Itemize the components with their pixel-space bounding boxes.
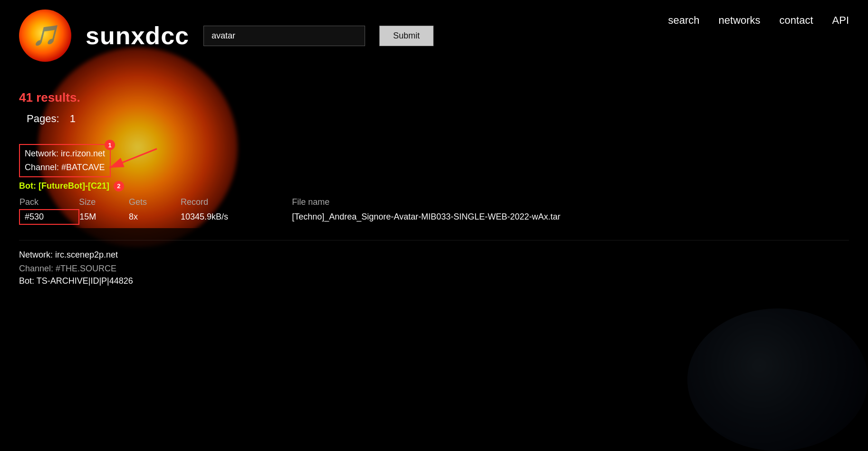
channel-line-2: Channel: #THE.SOURCE [19,262,849,276]
result-block-1: Network: irc.rizon.net Channel: #BATCAVE… [19,144,849,225]
svg-line-1 [109,149,157,168]
annotation-arrow [95,144,333,201]
bot-line-1: Bot: [FutureBot]-[C21] 2 [19,181,849,192]
submit-button[interactable]: Submit [379,26,434,46]
channel-line-1: Channel: #BATCAVE [25,161,105,174]
nav: search networks contact API [649,0,868,41]
record-value: 10345.9kB/s [181,210,292,224]
nav-search[interactable]: search [668,14,700,27]
site-title: sunxdcc [86,21,189,50]
result-table-1: Pack Size Gets Record File name #530 15M… [19,195,849,225]
network-line-1: Network: irc.rizon.net [25,147,105,161]
nav-networks[interactable]: networks [719,14,761,27]
pack-value[interactable]: #530 [19,210,79,224]
badge-2: 2 [114,181,124,192]
results-count: 41 results. [19,90,849,105]
bot-line-2: Bot: TS-ARCHIVE|ID|P|44826 [19,276,849,286]
nav-contact[interactable]: contact [780,14,813,27]
result-block-2: Network: irc.scenep2p.net Channel: #THE.… [19,240,849,287]
badge-1: 1 [105,140,115,150]
pages-info: Pages: 1 [19,113,849,125]
gets-value: 8x [129,210,181,224]
search-input[interactable] [203,26,365,46]
pages-value: 1 [70,113,76,125]
col-record: Record [181,195,292,210]
nav-api[interactable]: API [832,14,849,27]
logo-symbol: 🎵 [33,26,58,46]
col-pack: Pack [19,195,79,210]
network-channel-box: Network: irc.rizon.net Channel: #BATCAVE… [19,144,111,177]
col-size: Size [79,195,129,210]
table-row: #530 15M 8x 10345.9kB/s [Techno]_Andrea_… [19,210,849,224]
col-filename: File name [292,195,849,210]
col-gets: Gets [129,195,181,210]
pages-label: Pages: [27,113,59,125]
filename-value: [Techno]_Andrea_Signore-Avatar-MIB033-SI… [292,210,849,224]
logo: 🎵 [19,10,71,62]
network-line-2: Network: irc.scenep2p.net [19,248,849,262]
main-content: 41 results. Pages: 1 Network: irc.rizon.… [0,81,868,307]
size-value: 15M [79,210,129,224]
